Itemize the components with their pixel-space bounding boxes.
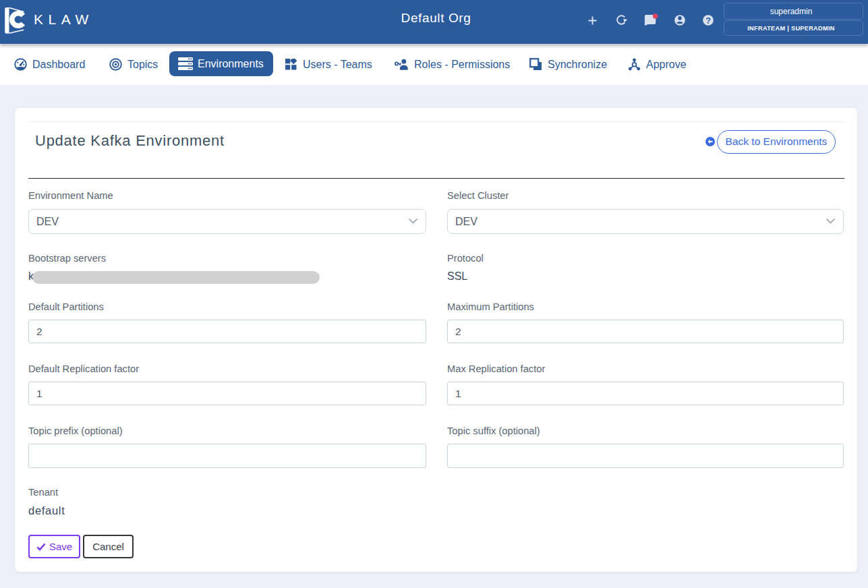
- svg-text:?: ?: [705, 16, 711, 26]
